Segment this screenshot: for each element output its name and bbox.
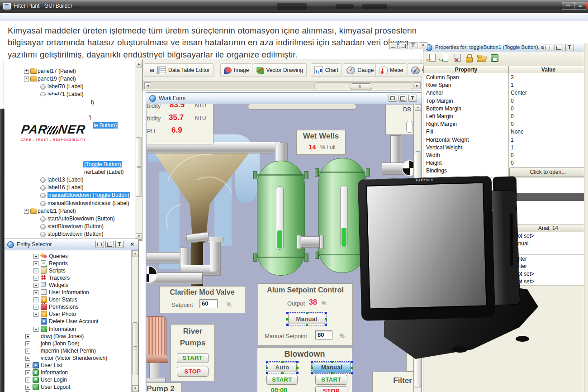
expander-icon[interactable]: +: [25, 356, 30, 361]
property-value[interactable]: 0: [511, 160, 514, 166]
entity-selector-header[interactable]: Entity Selector ×: [4, 239, 138, 250]
close-button[interactable]: [586, 2, 588, 9]
selection-handle[interactable]: [281, 372, 284, 374]
copy-from-icon[interactable]: ↩: [426, 53, 436, 63]
palette-item-chart[interactable]: Chart: [311, 63, 342, 77]
entity-tree-item[interactable]: +dowj (Dow Jones): [4, 333, 131, 340]
setpoint-input[interactable]: 60: [199, 299, 218, 308]
selection-handle[interactable]: [325, 324, 327, 326]
expander-icon[interactable]: +: [25, 385, 30, 390]
expander-icon[interactable]: +: [25, 363, 30, 368]
entity-tree-item[interactable]: +VUser Photo: [4, 311, 131, 318]
property-row[interactable]: AnchorCenter: [423, 89, 588, 97]
scroll-up-icon[interactable]: ▲: [415, 104, 421, 111]
selection-handle[interactable]: [306, 324, 308, 326]
selection-handle[interactable]: [311, 367, 313, 369]
component-tree-item[interactable]: label71 (Label): [4, 91, 134, 98]
expander-icon[interactable]: +: [33, 276, 38, 281]
entity-tree-item[interactable]: +Trackers: [4, 274, 131, 282]
expander-icon[interactable]: +: [25, 349, 30, 354]
component-tree-item[interactable]: startBlowdown (Button): [4, 223, 134, 230]
selection-handle[interactable]: [311, 361, 313, 363]
expander-icon[interactable]: +: [33, 305, 38, 310]
scroll-up-icon[interactable]: ▲: [132, 250, 138, 257]
palette-item-table[interactable]: Data Table Editor: [154, 63, 213, 77]
expander-icon[interactable]: +: [33, 290, 38, 295]
expander-icon[interactable]: +: [25, 334, 30, 339]
property-row[interactable]: FillNone: [423, 128, 588, 136]
property-value[interactable]: 3: [511, 74, 514, 81]
expander-icon[interactable]: -: [24, 76, 29, 81]
palette-item-vector[interactable]: Vector Drawing: [253, 63, 307, 77]
property-value[interactable]: 0: [511, 105, 514, 112]
property-row[interactable]: Right Margin0: [423, 120, 588, 128]
props-pin-button[interactable]: [565, 44, 574, 51]
selection-handle[interactable]: [331, 372, 333, 374]
entity-tree-item[interactable]: +EInformation: [4, 369, 131, 376]
selection-handle[interactable]: [281, 361, 284, 363]
selection-handle[interactable]: [266, 367, 268, 369]
entity-tree-item[interactable]: +EUser Login: [4, 376, 131, 383]
value-column-header[interactable]: Value: [508, 66, 588, 74]
component-tree-item[interactable]: -panel19 (Panel): [4, 75, 134, 83]
wf-maximize-button[interactable]: [398, 95, 407, 102]
expander-icon[interactable]: +: [33, 297, 38, 302]
expander-icon[interactable]: +: [33, 261, 38, 266]
scroll-up-icon[interactable]: ▲: [136, 61, 142, 67]
property-row[interactable]: Height0: [423, 159, 588, 167]
property-value[interactable]: 0: [511, 98, 514, 104]
props-maximize-button[interactable]: [555, 44, 563, 51]
entity-tree-scrollbar[interactable]: ▲ ▼: [131, 250, 138, 392]
entity-tree-item[interactable]: +FUser List: [4, 362, 131, 369]
selection-handle[interactable]: [296, 367, 299, 369]
entity-tree-item[interactable]: +Widgets: [4, 282, 131, 289]
scada-hscroll[interactable]: [248, 104, 356, 110]
entity-tree-item[interactable]: FDelete User Account: [4, 318, 131, 325]
property-row[interactable]: Column Span3: [423, 73, 588, 81]
maximize-button[interactable]: ▭: [574, 2, 587, 10]
property-value[interactable]: None: [511, 129, 524, 135]
component-tree-item[interactable]: manualBlowdownIndicator (Label): [4, 200, 134, 207]
selection-handle[interactable]: [266, 361, 268, 363]
entity-tree-item[interactable]: +mperrin (Michel Perrin): [4, 347, 131, 354]
selection-handle[interactable]: [311, 372, 313, 374]
component-tree-item[interactable]: manualBlowdown (Toggle Button): [4, 191, 134, 199]
entity-tree-item[interactable]: +Reports: [4, 260, 131, 267]
wf-pin-button[interactable]: [408, 95, 417, 102]
property-value[interactable]: 1: [511, 137, 514, 143]
palette-item-image[interactable]: Image: [220, 63, 252, 77]
property-value[interactable]: 1: [511, 144, 514, 151]
component-tree-item[interactable]: startAutoBlowdown (Button): [4, 215, 134, 223]
selection-handle[interactable]: [325, 318, 327, 320]
expander-icon[interactable]: +: [24, 209, 29, 214]
props-restore-button[interactable]: [544, 44, 552, 51]
palette-restore-button[interactable]: [389, 42, 398, 49]
palette-item-meter[interactable]: Meter: [375, 63, 408, 77]
entity-tree-item[interactable]: +Permissions: [4, 303, 131, 311]
window-titlebar[interactable]: Filter Plant - GUI Builder — ▭: [0, 0, 588, 13]
expander-icon[interactable]: +: [25, 341, 30, 346]
property-row[interactable]: Horizontal Weight1: [423, 136, 588, 144]
entity-restore-button[interactable]: [95, 241, 104, 248]
entity-tree-item[interactable]: +VUser Status: [4, 296, 131, 303]
entity-tree-item[interactable]: +john (John Doe): [4, 340, 131, 347]
entity-maximize-button[interactable]: [105, 241, 114, 248]
component-tree-item[interactable]: +panel21 (Panel): [4, 207, 134, 215]
selection-handle[interactable]: [306, 312, 308, 314]
component-tree-item[interactable]: +panel17 (Panel): [4, 67, 134, 75]
blowdown-auto-toggle[interactable]: Auto: [268, 363, 297, 372]
entity-tree-item[interactable]: +victor (Victor Shenderovich): [4, 354, 131, 362]
selection-handle[interactable]: [351, 372, 353, 374]
expander-icon[interactable]: +: [33, 268, 38, 273]
scroll-left-icon[interactable]: ◄: [144, 82, 151, 89]
font-button[interactable]: Arial, 14: [509, 225, 587, 232]
entity-tree-item[interactable]: +EInformation: [4, 325, 131, 333]
save-icon[interactable]: [489, 53, 499, 63]
entity-pin-button[interactable]: [115, 241, 124, 248]
properties-header[interactable]: Properties for: toggleButton1 (Toggle Bu…: [423, 43, 588, 52]
lock-icon[interactable]: [464, 53, 474, 63]
entity-tree-item[interactable]: +EUser Logout: [4, 383, 131, 391]
selection-handle[interactable]: [331, 361, 333, 363]
property-row[interactable]: Row Span1: [423, 81, 588, 89]
selection-handle[interactable]: [296, 372, 299, 374]
